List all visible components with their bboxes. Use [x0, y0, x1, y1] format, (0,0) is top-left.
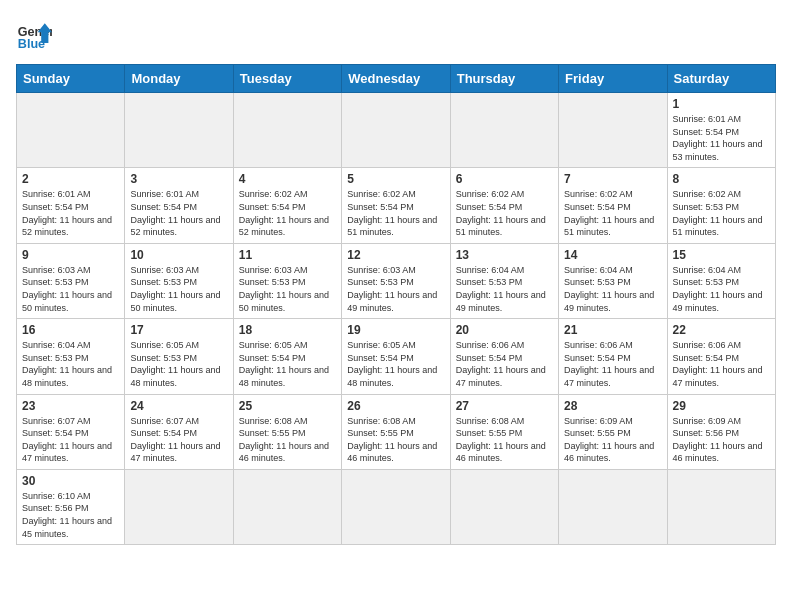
day-number: 3 [130, 172, 227, 186]
calendar-day-cell [233, 469, 341, 544]
calendar-table: SundayMondayTuesdayWednesdayThursdayFrid… [16, 64, 776, 545]
day-number: 1 [673, 97, 770, 111]
day-number: 29 [673, 399, 770, 413]
day-number: 24 [130, 399, 227, 413]
day-number: 7 [564, 172, 661, 186]
calendar-day-cell [450, 469, 558, 544]
day-info: Sunrise: 6:08 AM Sunset: 5:55 PM Dayligh… [456, 415, 553, 465]
day-number: 15 [673, 248, 770, 262]
day-number: 18 [239, 323, 336, 337]
svg-text:Blue: Blue [18, 37, 45, 51]
calendar-day-cell: 24Sunrise: 6:07 AM Sunset: 5:54 PM Dayli… [125, 394, 233, 469]
day-number: 20 [456, 323, 553, 337]
day-info: Sunrise: 6:07 AM Sunset: 5:54 PM Dayligh… [22, 415, 119, 465]
day-info: Sunrise: 6:06 AM Sunset: 5:54 PM Dayligh… [456, 339, 553, 389]
day-info: Sunrise: 6:02 AM Sunset: 5:54 PM Dayligh… [456, 188, 553, 238]
calendar-day-cell: 20Sunrise: 6:06 AM Sunset: 5:54 PM Dayli… [450, 319, 558, 394]
calendar-day-cell: 2Sunrise: 6:01 AM Sunset: 5:54 PM Daylig… [17, 168, 125, 243]
day-info: Sunrise: 6:03 AM Sunset: 5:53 PM Dayligh… [22, 264, 119, 314]
day-number: 8 [673, 172, 770, 186]
calendar-day-cell: 12Sunrise: 6:03 AM Sunset: 5:53 PM Dayli… [342, 243, 450, 318]
calendar-day-cell: 17Sunrise: 6:05 AM Sunset: 5:53 PM Dayli… [125, 319, 233, 394]
day-info: Sunrise: 6:03 AM Sunset: 5:53 PM Dayligh… [347, 264, 444, 314]
calendar-day-cell: 21Sunrise: 6:06 AM Sunset: 5:54 PM Dayli… [559, 319, 667, 394]
day-info: Sunrise: 6:05 AM Sunset: 5:54 PM Dayligh… [347, 339, 444, 389]
day-number: 22 [673, 323, 770, 337]
calendar-day-cell [667, 469, 775, 544]
day-info: Sunrise: 6:09 AM Sunset: 5:55 PM Dayligh… [564, 415, 661, 465]
day-number: 21 [564, 323, 661, 337]
day-number: 25 [239, 399, 336, 413]
day-info: Sunrise: 6:09 AM Sunset: 5:56 PM Dayligh… [673, 415, 770, 465]
weekday-header: Friday [559, 65, 667, 93]
day-number: 5 [347, 172, 444, 186]
day-info: Sunrise: 6:01 AM Sunset: 5:54 PM Dayligh… [130, 188, 227, 238]
day-number: 12 [347, 248, 444, 262]
calendar-day-cell: 7Sunrise: 6:02 AM Sunset: 5:54 PM Daylig… [559, 168, 667, 243]
calendar-day-cell: 27Sunrise: 6:08 AM Sunset: 5:55 PM Dayli… [450, 394, 558, 469]
calendar-day-cell [125, 93, 233, 168]
logo-icon: General Blue [16, 16, 52, 52]
day-number: 28 [564, 399, 661, 413]
calendar-day-cell: 19Sunrise: 6:05 AM Sunset: 5:54 PM Dayli… [342, 319, 450, 394]
calendar-day-cell [559, 469, 667, 544]
day-info: Sunrise: 6:08 AM Sunset: 5:55 PM Dayligh… [347, 415, 444, 465]
calendar-week-row: 1Sunrise: 6:01 AM Sunset: 5:54 PM Daylig… [17, 93, 776, 168]
day-number: 4 [239, 172, 336, 186]
day-number: 16 [22, 323, 119, 337]
calendar-day-cell: 8Sunrise: 6:02 AM Sunset: 5:53 PM Daylig… [667, 168, 775, 243]
day-info: Sunrise: 6:04 AM Sunset: 5:53 PM Dayligh… [22, 339, 119, 389]
day-info: Sunrise: 6:03 AM Sunset: 5:53 PM Dayligh… [130, 264, 227, 314]
day-info: Sunrise: 6:02 AM Sunset: 5:53 PM Dayligh… [673, 188, 770, 238]
calendar-day-cell: 1Sunrise: 6:01 AM Sunset: 5:54 PM Daylig… [667, 93, 775, 168]
weekday-header: Wednesday [342, 65, 450, 93]
day-number: 6 [456, 172, 553, 186]
calendar-day-cell: 29Sunrise: 6:09 AM Sunset: 5:56 PM Dayli… [667, 394, 775, 469]
day-number: 9 [22, 248, 119, 262]
calendar-week-row: 2Sunrise: 6:01 AM Sunset: 5:54 PM Daylig… [17, 168, 776, 243]
day-number: 26 [347, 399, 444, 413]
calendar-day-cell: 11Sunrise: 6:03 AM Sunset: 5:53 PM Dayli… [233, 243, 341, 318]
calendar-day-cell: 10Sunrise: 6:03 AM Sunset: 5:53 PM Dayli… [125, 243, 233, 318]
calendar-day-cell: 4Sunrise: 6:02 AM Sunset: 5:54 PM Daylig… [233, 168, 341, 243]
day-info: Sunrise: 6:06 AM Sunset: 5:54 PM Dayligh… [673, 339, 770, 389]
day-number: 11 [239, 248, 336, 262]
calendar-day-cell [233, 93, 341, 168]
day-info: Sunrise: 6:02 AM Sunset: 5:54 PM Dayligh… [239, 188, 336, 238]
logo: General Blue [16, 16, 52, 52]
day-info: Sunrise: 6:05 AM Sunset: 5:54 PM Dayligh… [239, 339, 336, 389]
calendar-day-cell [342, 93, 450, 168]
calendar-day-cell: 15Sunrise: 6:04 AM Sunset: 5:53 PM Dayli… [667, 243, 775, 318]
calendar-day-cell [559, 93, 667, 168]
calendar-day-cell [17, 93, 125, 168]
day-info: Sunrise: 6:03 AM Sunset: 5:53 PM Dayligh… [239, 264, 336, 314]
weekday-header-row: SundayMondayTuesdayWednesdayThursdayFrid… [17, 65, 776, 93]
day-info: Sunrise: 6:04 AM Sunset: 5:53 PM Dayligh… [456, 264, 553, 314]
page-header: General Blue [16, 16, 776, 52]
day-info: Sunrise: 6:10 AM Sunset: 5:56 PM Dayligh… [22, 490, 119, 540]
calendar-week-row: 16Sunrise: 6:04 AM Sunset: 5:53 PM Dayli… [17, 319, 776, 394]
day-number: 19 [347, 323, 444, 337]
day-number: 17 [130, 323, 227, 337]
day-info: Sunrise: 6:06 AM Sunset: 5:54 PM Dayligh… [564, 339, 661, 389]
calendar-day-cell: 25Sunrise: 6:08 AM Sunset: 5:55 PM Dayli… [233, 394, 341, 469]
calendar-day-cell [125, 469, 233, 544]
calendar-day-cell: 3Sunrise: 6:01 AM Sunset: 5:54 PM Daylig… [125, 168, 233, 243]
calendar-week-row: 9Sunrise: 6:03 AM Sunset: 5:53 PM Daylig… [17, 243, 776, 318]
day-info: Sunrise: 6:02 AM Sunset: 5:54 PM Dayligh… [564, 188, 661, 238]
calendar-week-row: 23Sunrise: 6:07 AM Sunset: 5:54 PM Dayli… [17, 394, 776, 469]
day-number: 14 [564, 248, 661, 262]
weekday-header: Sunday [17, 65, 125, 93]
day-info: Sunrise: 6:07 AM Sunset: 5:54 PM Dayligh… [130, 415, 227, 465]
weekday-header: Saturday [667, 65, 775, 93]
day-info: Sunrise: 6:04 AM Sunset: 5:53 PM Dayligh… [673, 264, 770, 314]
weekday-header: Thursday [450, 65, 558, 93]
calendar-day-cell: 23Sunrise: 6:07 AM Sunset: 5:54 PM Dayli… [17, 394, 125, 469]
weekday-header: Tuesday [233, 65, 341, 93]
calendar-day-cell: 9Sunrise: 6:03 AM Sunset: 5:53 PM Daylig… [17, 243, 125, 318]
day-number: 30 [22, 474, 119, 488]
calendar-day-cell: 6Sunrise: 6:02 AM Sunset: 5:54 PM Daylig… [450, 168, 558, 243]
weekday-header: Monday [125, 65, 233, 93]
calendar-day-cell: 30Sunrise: 6:10 AM Sunset: 5:56 PM Dayli… [17, 469, 125, 544]
calendar-day-cell: 26Sunrise: 6:08 AM Sunset: 5:55 PM Dayli… [342, 394, 450, 469]
